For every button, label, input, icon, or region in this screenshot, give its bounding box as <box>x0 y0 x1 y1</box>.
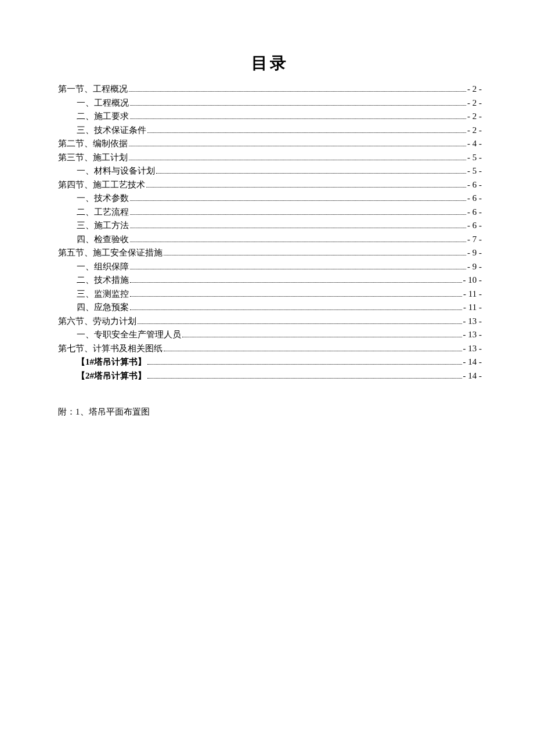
toc-entry-page: - 9 - <box>467 249 482 257</box>
toc-entry-label: 第四节、施工工艺技术 <box>58 181 145 189</box>
toc-entry-page: - 14 - <box>463 358 482 366</box>
toc-entry: 二、技术措施- 10 - <box>58 276 482 285</box>
toc-entry-label: 第七节、计算书及相关图纸 <box>58 344 163 353</box>
toc-entry: 二、工艺流程- 6 - <box>58 208 482 217</box>
document-title: 目录 <box>58 52 482 74</box>
toc-entry: 三、监测监控- 11 - <box>58 290 482 298</box>
toc-entry-page: - 13 - <box>463 330 482 339</box>
toc-entry-label: 第五节、施工安全保证措施 <box>58 249 163 257</box>
toc-leader-dots <box>130 242 466 242</box>
toc-leader-dots <box>130 269 466 269</box>
toc-leader-dots <box>156 173 466 174</box>
table-of-contents: 第一节、工程概况- 2 -一、工程概况- 2 -二、施工要求- 2 -三、技术保… <box>58 85 482 380</box>
toc-leader-dots <box>130 214 466 215</box>
toc-entry: 一、工程概况- 2 - <box>58 99 482 107</box>
toc-entry-label: 一、工程概况 <box>77 99 129 107</box>
toc-entry-label: 第六节、劳动力计划 <box>58 317 136 326</box>
toc-entry: 第五节、施工安全保证措施- 9 - <box>58 249 482 257</box>
toc-entry-page: - 9 - <box>467 262 482 271</box>
toc-entry: 四、检查验收- 7 - <box>58 235 482 244</box>
toc-entry-label: 【1#塔吊计算书】 <box>77 358 146 366</box>
toc-entry: 一、技术参数- 6 - <box>58 194 482 203</box>
toc-entry-label: 一、专职安全生产管理人员 <box>77 330 181 339</box>
toc-entry-label: 【2#塔吊计算书】 <box>77 372 146 380</box>
toc-entry: 三、施工方法- 6 - <box>58 221 482 230</box>
toc-entry-label: 第三节、施工计划 <box>58 153 128 162</box>
toc-leader-dots <box>130 282 462 283</box>
toc-entry-page: - 11 - <box>463 303 482 312</box>
toc-entry-page: - 5 - <box>467 167 482 175</box>
toc-leader-dots <box>129 146 466 146</box>
toc-entry-label: 一、组织保障 <box>77 262 129 271</box>
toc-entry-label: 二、施工要求 <box>77 112 129 121</box>
toc-entry: 四、应急预案- 11 - <box>58 303 482 312</box>
toc-leader-dots <box>164 255 466 255</box>
toc-entry-label: 一、材料与设备计划 <box>77 167 155 175</box>
toc-entry-page: - 13 - <box>463 344 482 353</box>
toc-entry: 第七节、计算书及相关图纸- 13 - <box>58 344 482 353</box>
toc-entry: 第三节、施工计划- 5 - <box>58 153 482 162</box>
toc-leader-dots <box>130 296 462 297</box>
toc-entry: 一、材料与设备计划- 5 - <box>58 167 482 175</box>
toc-entry-page: - 6 - <box>467 194 482 203</box>
toc-entry-page: - 5 - <box>467 153 482 162</box>
toc-entry-label: 第一节、工程概况 <box>58 85 128 93</box>
toc-entry: 第二节、编制依据- 4 - <box>58 139 482 148</box>
toc-entry-page: - 6 - <box>467 181 482 189</box>
toc-entry-label: 三、技术保证条件 <box>77 126 146 135</box>
toc-leader-dots <box>129 91 466 92</box>
toc-entry: 二、施工要求- 2 - <box>58 112 482 121</box>
toc-entry: 第四节、施工工艺技术- 6 - <box>58 181 482 189</box>
toc-entry: 一、专职安全生产管理人员- 13 - <box>58 330 482 339</box>
toc-leader-dots <box>130 309 462 310</box>
toc-leader-dots <box>130 105 466 106</box>
toc-entry-page: - 6 - <box>467 208 482 217</box>
toc-entry-page: - 2 - <box>467 126 482 135</box>
toc-entry-page: - 7 - <box>467 235 482 244</box>
toc-leader-dots <box>130 228 466 228</box>
toc-entry: 一、组织保障- 9 - <box>58 262 482 271</box>
toc-leader-dots <box>130 200 466 201</box>
toc-entry-label: 第二节、编制依据 <box>58 139 128 148</box>
toc-leader-dots <box>130 118 466 119</box>
toc-entry-page: - 2 - <box>467 99 482 107</box>
toc-entry-page: - 6 - <box>467 221 482 230</box>
toc-entry-label: 一、技术参数 <box>77 194 129 203</box>
toc-leader-dots <box>182 337 462 337</box>
toc-entry-label: 四、检查验收 <box>77 235 129 244</box>
toc-entry: 【1#塔吊计算书】- 14 - <box>58 358 482 366</box>
toc-entry-label: 三、施工方法 <box>77 221 129 230</box>
toc-entry-page: - 2 - <box>467 85 482 93</box>
toc-entry-label: 三、监测监控 <box>77 290 129 298</box>
toc-entry-label: 四、应急预案 <box>77 303 129 312</box>
toc-leader-dots <box>147 364 462 365</box>
toc-leader-dots <box>164 351 462 351</box>
toc-entry: 第六节、劳动力计划- 13 - <box>58 317 482 326</box>
toc-entry-label: 二、工艺流程 <box>77 208 129 217</box>
toc-leader-dots <box>129 160 466 160</box>
toc-entry: 【2#塔吊计算书】- 14 - <box>58 372 482 380</box>
toc-leader-dots <box>138 323 462 324</box>
toc-entry-page: - 2 - <box>467 112 482 121</box>
toc-leader-dots <box>146 187 466 188</box>
toc-leader-dots <box>147 132 466 133</box>
toc-entry: 三、技术保证条件- 2 - <box>58 126 482 135</box>
toc-entry-page: - 4 - <box>467 139 482 148</box>
toc-entry: 第一节、工程概况- 2 - <box>58 85 482 93</box>
toc-entry-label: 二、技术措施 <box>77 276 129 285</box>
toc-leader-dots <box>147 378 462 379</box>
toc-entry-page: - 14 - <box>463 372 482 380</box>
toc-entry-page: - 13 - <box>463 317 482 326</box>
toc-entry-page: - 10 - <box>463 276 482 285</box>
toc-entry-page: - 11 - <box>463 290 482 298</box>
appendix-note: 附：1、塔吊平面布置图 <box>58 406 482 417</box>
